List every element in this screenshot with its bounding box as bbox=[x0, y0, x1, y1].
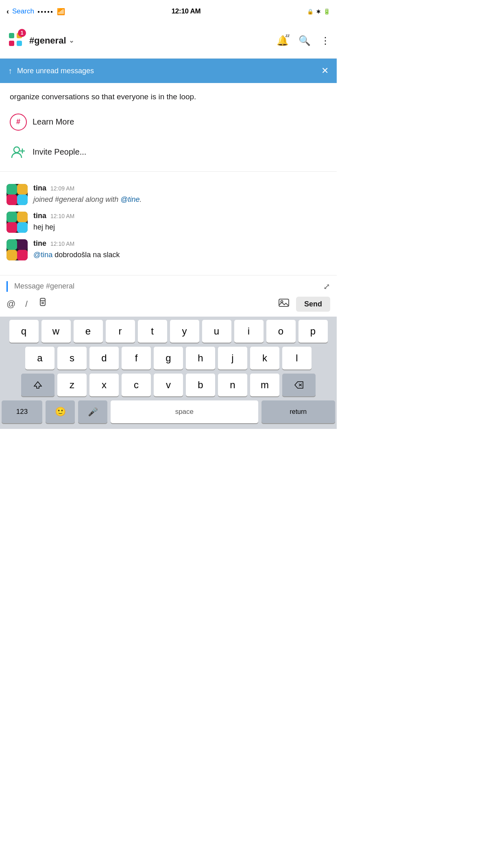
learn-more-row[interactable]: # Learn More bbox=[0, 107, 337, 137]
numbers-key[interactable]: 123 bbox=[2, 400, 42, 423]
key-v[interactable]: v bbox=[154, 374, 183, 396]
key-t[interactable]: t bbox=[138, 320, 167, 343]
search-icon[interactable]: 🔍 bbox=[298, 35, 311, 46]
emoji-key[interactable]: 🙂 bbox=[46, 400, 75, 423]
shift-key[interactable] bbox=[21, 374, 54, 396]
add-person-icon bbox=[10, 144, 27, 161]
message-text: joined #general along with @tine. bbox=[33, 194, 330, 205]
divider bbox=[0, 171, 337, 172]
key-e[interactable]: e bbox=[74, 320, 103, 343]
status-bar: ‹ Search ●●●●● 📶 12:10 AM 🔒 ∗ 🔋 bbox=[0, 0, 337, 23]
svg-point-4 bbox=[14, 147, 20, 153]
wifi-icon: 📶 bbox=[57, 8, 65, 15]
key-f[interactable]: f bbox=[122, 347, 151, 370]
key-n[interactable]: n bbox=[218, 374, 247, 396]
key-y[interactable]: y bbox=[170, 320, 199, 343]
messages-list: tina 12:09 AM joined #general along with… bbox=[0, 176, 337, 269]
signal-indicator: ●●●●● bbox=[37, 9, 54, 14]
key-k[interactable]: k bbox=[250, 347, 279, 370]
notification-badge: 1 bbox=[18, 29, 26, 37]
slack-logo-container[interactable]: 1 bbox=[7, 31, 24, 50]
key-z[interactable]: z bbox=[57, 374, 87, 396]
key-d[interactable]: d bbox=[89, 347, 119, 370]
toolbar-row: @ / Send bbox=[7, 293, 330, 313]
key-g[interactable]: g bbox=[154, 347, 183, 370]
key-a[interactable]: a bbox=[25, 347, 54, 370]
svg-rect-13 bbox=[7, 212, 17, 222]
message-username: tina bbox=[33, 212, 46, 220]
svg-rect-16 bbox=[17, 222, 28, 233]
bluetooth-icon: ∗ bbox=[316, 8, 321, 15]
key-w[interactable]: w bbox=[41, 320, 71, 343]
cursor bbox=[7, 281, 8, 292]
top-nav-left: 1 #general ⌄ bbox=[7, 31, 74, 50]
attachment-icon[interactable] bbox=[37, 297, 48, 310]
key-j[interactable]: j bbox=[218, 347, 247, 370]
svg-rect-9 bbox=[17, 184, 28, 195]
unread-label: More unread messages bbox=[17, 67, 94, 75]
lock-icon: 🔒 bbox=[307, 9, 314, 15]
close-icon[interactable]: ✕ bbox=[321, 66, 329, 76]
key-h[interactable]: h bbox=[186, 347, 215, 370]
keyboard-row-4: 123 🙂 🎤 space return bbox=[2, 400, 335, 423]
invite-people-row[interactable]: Invite People... bbox=[0, 137, 337, 167]
intro-text: organize conversations so that everyone … bbox=[0, 83, 337, 107]
message-content: tina 12:09 AM joined #general along with… bbox=[33, 184, 330, 205]
status-bar-time: 12:10 AM bbox=[172, 7, 201, 15]
microphone-key[interactable]: 🎤 bbox=[78, 400, 107, 423]
message-time: 12:10 AM bbox=[50, 241, 74, 247]
svg-rect-10 bbox=[7, 195, 17, 205]
input-area: ⤢ @ / Send bbox=[0, 275, 337, 317]
svg-rect-0 bbox=[9, 33, 14, 38]
svg-rect-20 bbox=[7, 250, 17, 260]
more-options-icon[interactable]: ⋮ bbox=[320, 35, 330, 46]
key-b[interactable]: b bbox=[186, 374, 215, 396]
hashtag-icon: # bbox=[10, 114, 27, 131]
table-row: tina 12:09 AM joined #general along with… bbox=[0, 181, 337, 208]
battery-icon: 🔋 bbox=[323, 8, 330, 15]
unread-banner[interactable]: ↑ More unread messages ✕ bbox=[0, 59, 337, 83]
message-time: 12:10 AM bbox=[50, 213, 74, 219]
learn-more-label: Learn More bbox=[33, 117, 74, 127]
message-header: tina 12:10 AM bbox=[33, 212, 330, 220]
arrow-up-icon: ↑ bbox=[8, 66, 12, 76]
status-bar-left: ‹ Search ●●●●● 📶 bbox=[7, 7, 65, 16]
key-r[interactable]: r bbox=[106, 320, 135, 343]
send-button[interactable]: Send bbox=[296, 297, 330, 312]
key-q[interactable]: q bbox=[9, 320, 39, 343]
key-u[interactable]: u bbox=[202, 320, 231, 343]
at-icon[interactable]: @ bbox=[7, 299, 15, 309]
message-time: 12:09 AM bbox=[50, 185, 74, 192]
status-bar-right: 🔒 ∗ 🔋 bbox=[307, 8, 330, 15]
message-input[interactable] bbox=[13, 282, 319, 291]
svg-rect-8 bbox=[7, 184, 17, 195]
key-o[interactable]: o bbox=[266, 320, 296, 343]
back-label[interactable]: Search bbox=[12, 7, 34, 15]
key-s[interactable]: s bbox=[57, 347, 87, 370]
slash-icon[interactable]: / bbox=[25, 300, 28, 309]
key-i[interactable]: i bbox=[234, 320, 264, 343]
chevron-down-icon: ⌄ bbox=[69, 37, 74, 44]
bell-zz: zz bbox=[285, 33, 290, 38]
mention: @tina bbox=[33, 251, 52, 259]
return-key[interactable]: return bbox=[261, 400, 335, 423]
bell-icon[interactable]: 🔔 zz bbox=[277, 35, 289, 46]
expand-icon[interactable]: ⤢ bbox=[323, 282, 330, 291]
key-l[interactable]: l bbox=[282, 347, 312, 370]
keyboard-row-3: z x c v b n m bbox=[2, 374, 335, 396]
message-header: tina 12:09 AM bbox=[33, 184, 330, 192]
key-p[interactable]: p bbox=[298, 320, 328, 343]
space-key[interactable]: space bbox=[111, 400, 258, 423]
svg-rect-26 bbox=[279, 299, 289, 306]
message-content: tine 12:10 AM @tina dobrodošla na slack bbox=[33, 239, 330, 260]
channel-name[interactable]: #general ⌄ bbox=[29, 35, 74, 46]
key-m[interactable]: m bbox=[250, 374, 279, 396]
avatar bbox=[7, 239, 28, 260]
photo-icon[interactable] bbox=[278, 297, 290, 311]
message-area: organize conversations so that everyone … bbox=[0, 83, 337, 275]
table-row: tine 12:10 AM @tina dobrodošla na slack bbox=[0, 236, 337, 264]
key-x[interactable]: x bbox=[89, 374, 119, 396]
backspace-key[interactable] bbox=[282, 374, 316, 396]
key-c[interactable]: c bbox=[122, 374, 151, 396]
svg-rect-15 bbox=[7, 222, 17, 233]
